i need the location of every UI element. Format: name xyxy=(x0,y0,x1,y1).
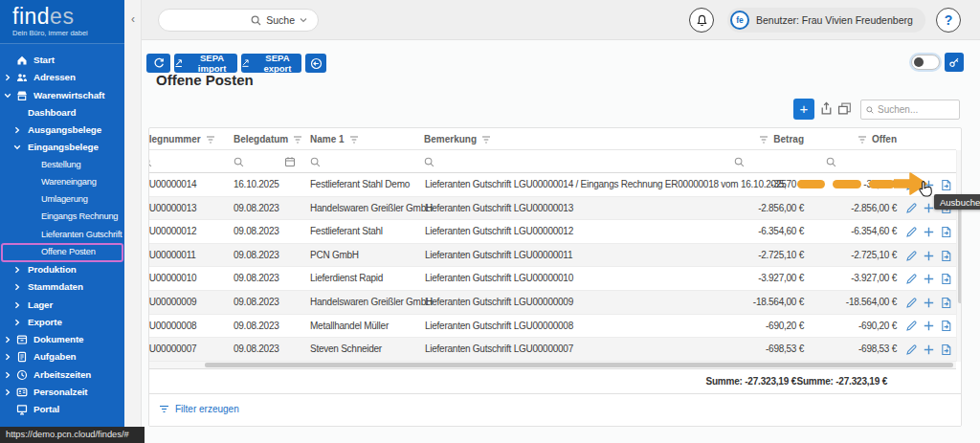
vertical-scrollbar-thumb[interactable] xyxy=(958,198,962,303)
sidebar-item-umlagerung[interactable]: Umlagerung xyxy=(0,191,124,209)
sidebar-item-offene-posten[interactable]: Offene Posten xyxy=(0,244,124,261)
grid-search xyxy=(860,100,960,120)
cell-bemerkung: Lieferanten Gutschrift LGU00000014 / Ein… xyxy=(417,173,730,197)
sidebar-item-exporte[interactable]: Exporte xyxy=(0,314,124,331)
calendar-icon[interactable] xyxy=(284,156,296,167)
app-logo[interactable]: findes Dein Büro, immer dabei xyxy=(0,0,124,44)
cell-belegdatum: 09.08.2023 xyxy=(227,197,303,221)
add-icon[interactable] xyxy=(923,273,935,285)
table-row[interactable]: LGU0000001009.08.2023Lieferdienst RapidL… xyxy=(149,267,956,291)
add-icon[interactable] xyxy=(923,343,935,356)
key-button[interactable] xyxy=(945,53,964,72)
table-row[interactable]: LGU0000000709.08.2023Steven SchneiderLie… xyxy=(149,338,956,362)
sidebar-item-warenwirtschaft[interactable]: Warenwirtschaft xyxy=(0,87,124,104)
sidebar-collapse-button[interactable]: ‹ xyxy=(127,11,139,28)
column-header-bemerkung[interactable]: Bemerkung xyxy=(417,128,730,150)
table-row[interactable]: LGU0000001209.08.2023Festlieferant Stahl… xyxy=(149,220,956,244)
sidebar-item-label: Produktion xyxy=(28,264,77,275)
summary-row: Summe: -27.323,19 € Summe: -27.323,19 € xyxy=(149,368,956,393)
grid-filter-row xyxy=(149,150,956,173)
tasks-icon xyxy=(16,351,28,363)
edit-icon[interactable] xyxy=(905,297,918,309)
sidebar-item-portal[interactable]: Portal xyxy=(0,401,124,418)
edit-icon[interactable] xyxy=(905,320,918,332)
edit-icon[interactable] xyxy=(905,202,918,214)
add-record-button[interactable]: + xyxy=(793,99,814,120)
document-export-icon[interactable] xyxy=(940,320,952,332)
table-row[interactable]: LGU0000000909.08.2023Handelswaren Greißl… xyxy=(149,291,956,315)
document-export-icon[interactable] xyxy=(940,343,952,356)
sidebar-item-arbeitszeiten[interactable]: Arbeitszeiten xyxy=(0,366,124,384)
document-export-icon[interactable] xyxy=(940,250,952,262)
sidebar-item-start[interactable]: Start xyxy=(0,52,124,69)
column-header-belegnummer[interactable]: Belegnummer xyxy=(149,128,227,150)
sidebar-item-stammdaten[interactable]: Stammdaten xyxy=(0,278,124,296)
circle-arrow-icon xyxy=(310,57,323,70)
column-chooser-icon[interactable] xyxy=(837,101,852,116)
filter-cell-name1[interactable] xyxy=(303,150,417,173)
sidebar-item-adressen[interactable]: Adressen xyxy=(0,69,124,86)
table-row[interactable]: LGU0000001309.08.2023Handelswaren Greißl… xyxy=(149,197,956,221)
user-menu[interactable]: fe Benutzer: Frau Vivien Freudenberg xyxy=(727,8,925,33)
sidebar-item-aufgaben[interactable]: Aufgaben xyxy=(0,348,124,365)
table-row[interactable]: LGU0000001109.08.2023PCN GmbHLieferanten… xyxy=(149,244,956,268)
sidebar-item-ausgangsbelege[interactable]: Ausgangsbelege xyxy=(0,122,124,139)
search-icon xyxy=(826,157,836,167)
sidebar-item-personalzeit[interactable]: Personalzeit xyxy=(0,384,124,401)
filter-cell-belegdatum[interactable] xyxy=(227,150,303,173)
chevron-right-icon xyxy=(4,353,11,361)
filter-cell-belegnummer[interactable] xyxy=(149,150,227,173)
column-filter-icon xyxy=(349,136,359,144)
sepa-export-button[interactable]: SEPA export xyxy=(241,54,301,73)
refresh-button[interactable] xyxy=(146,54,170,73)
edit-icon[interactable] xyxy=(905,226,918,238)
add-icon[interactable] xyxy=(923,297,935,309)
sidebar-item-eingangs-rechnung[interactable]: Eingangs Rechnung xyxy=(0,209,124,226)
edit-icon[interactable] xyxy=(905,343,918,356)
add-icon[interactable] xyxy=(923,320,935,332)
document-export-icon[interactable] xyxy=(940,273,952,285)
horizontal-scrollbar-thumb[interactable] xyxy=(205,363,953,367)
help-button[interactable]: ? xyxy=(936,8,961,33)
edit-icon[interactable] xyxy=(905,250,918,262)
sidebar-item-wareneingang[interactable]: Wareneingang xyxy=(0,174,124,191)
table-row[interactable]: LGU0000000809.08.2023Metallhandel Müller… xyxy=(149,315,956,339)
toggle-knob xyxy=(914,57,924,67)
add-icon[interactable] xyxy=(923,226,935,238)
book-in-out-button[interactable] xyxy=(305,54,326,73)
view-toggle[interactable] xyxy=(911,55,940,70)
column-header-offen[interactable]: Offen xyxy=(822,128,901,150)
filter-cell-betrag[interactable] xyxy=(730,150,822,173)
document-export-icon[interactable] xyxy=(940,226,952,238)
column-header-betrag[interactable]: Betrag xyxy=(730,128,822,150)
notifications-button[interactable] xyxy=(689,8,714,33)
row-actions xyxy=(901,291,956,315)
edit-icon[interactable] xyxy=(905,273,918,285)
grid-search-input[interactable] xyxy=(878,104,954,115)
grid-export-icon[interactable] xyxy=(819,101,834,116)
summary-betrag: Summe: -27.323,19 € xyxy=(705,369,796,394)
cell-belegdatum: 09.08.2023 xyxy=(227,244,303,268)
global-search[interactable]: Suche xyxy=(158,9,319,32)
sidebar-item-lieferanten-gutschrift[interactable]: Lieferanten Gutschrift xyxy=(0,227,124,244)
vertical-scrollbar[interactable] xyxy=(956,150,962,362)
sidebar-item-eingangsbelege[interactable]: Eingangsbelege xyxy=(0,139,124,156)
document-export-icon[interactable] xyxy=(940,297,952,309)
sidebar-item-produktion[interactable]: Produktion xyxy=(0,261,124,278)
filter-cell-bemerkung[interactable] xyxy=(417,150,730,173)
sepa-import-button[interactable]: SEPA import xyxy=(174,54,237,73)
sidebar-item-bestellung[interactable]: Bestellung xyxy=(0,157,124,174)
sepa-export-icon xyxy=(241,58,250,68)
column-header-belegdatum[interactable]: Belegdatum xyxy=(227,128,303,150)
column-filter-icon xyxy=(858,136,867,144)
document-export-icon[interactable] xyxy=(940,179,952,191)
sidebar-item-dashboard[interactable]: Dashboard xyxy=(0,104,124,122)
add-icon[interactable] xyxy=(923,202,935,214)
filter-cell-offen[interactable] xyxy=(822,150,901,173)
sidebar-item-lager[interactable]: Lager xyxy=(0,297,124,314)
create-filter-link[interactable]: Filter erzeugen xyxy=(159,404,239,414)
column-header-name1[interactable]: Name 1 xyxy=(303,128,417,150)
sidebar-item-dokumente[interactable]: Dokumente xyxy=(0,331,124,348)
horizontal-scrollbar[interactable] xyxy=(149,362,956,368)
add-icon[interactable] xyxy=(923,250,935,262)
